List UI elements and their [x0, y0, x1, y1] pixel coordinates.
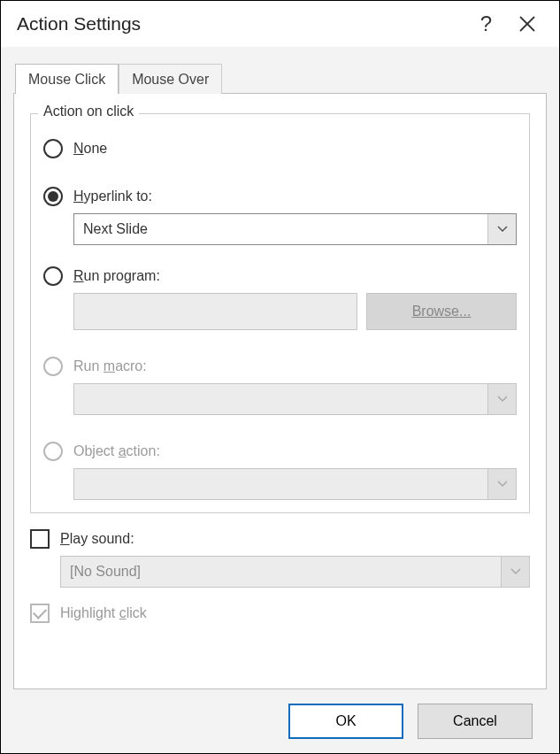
cancel-button[interactable]: Cancel	[418, 704, 533, 739]
cancel-button-label: Cancel	[453, 713, 497, 729]
radio-none[interactable]	[43, 139, 63, 158]
close-icon[interactable]	[511, 15, 543, 33]
checkbox-highlight-click-label: Highlight click	[60, 605, 147, 621]
help-icon[interactable]: ?	[461, 12, 511, 36]
tab-mouse-click[interactable]: Mouse Click	[15, 64, 119, 94]
object-action-combo	[73, 468, 517, 500]
tabs: Mouse Click Mouse Over	[15, 63, 547, 93]
browse-button: Browse...	[366, 293, 517, 330]
radio-hyperlink[interactable]	[43, 187, 63, 206]
checkbox-play-sound-label: Play sound:	[60, 531, 134, 547]
action-on-click-group: Action on click None Hyperlink to: Next …	[30, 113, 530, 513]
browse-button-label: Browse...	[412, 304, 472, 319]
radio-run-program-label: Run program:	[73, 268, 160, 284]
checkbox-play-sound[interactable]	[30, 529, 50, 549]
radio-run-macro	[43, 357, 63, 376]
chevron-down-icon	[501, 557, 529, 587]
titlebar: Action Settings ?	[1, 1, 559, 47]
radio-none-label: None	[73, 141, 107, 157]
action-settings-dialog: Action Settings ? Mouse Click Mouse Over…	[0, 0, 560, 754]
ok-button-label: OK	[335, 713, 356, 729]
radio-object-action-label: Object action:	[73, 443, 160, 459]
radio-run-program[interactable]	[43, 266, 63, 286]
checkbox-highlight-click	[30, 604, 50, 623]
run-macro-combo-value	[74, 384, 487, 414]
run-program-input	[73, 293, 357, 330]
tab-mouse-over[interactable]: Mouse Over	[119, 64, 222, 94]
tab-panel: Action on click None Hyperlink to: Next …	[13, 93, 547, 689]
chevron-down-icon	[487, 214, 516, 244]
radio-run-macro-label: Run macro:	[73, 358, 147, 374]
button-bar: OK Cancel	[13, 689, 547, 753]
play-sound-combo-value: [No Sound]	[61, 557, 501, 587]
dialog-title: Action Settings	[17, 13, 461, 35]
hyperlink-combo[interactable]: Next Slide	[73, 213, 517, 245]
group-legend: Action on click	[38, 104, 139, 119]
ok-button[interactable]: OK	[288, 704, 403, 739]
object-action-combo-value	[74, 469, 487, 499]
radio-object-action	[43, 442, 63, 461]
run-macro-combo	[73, 383, 517, 415]
chevron-down-icon	[487, 384, 516, 414]
hyperlink-combo-value: Next Slide	[74, 214, 487, 244]
radio-hyperlink-label: Hyperlink to:	[73, 188, 152, 204]
dialog-content: Mouse Click Mouse Over Action on click N…	[1, 47, 559, 753]
chevron-down-icon	[487, 469, 516, 499]
play-sound-combo: [No Sound]	[60, 556, 530, 588]
